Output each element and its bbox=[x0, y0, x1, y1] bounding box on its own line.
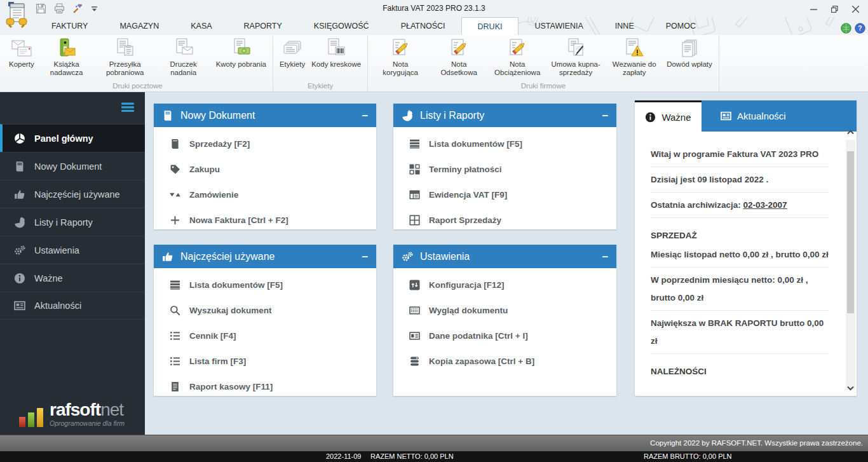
copyright-text: Copyright 2022 by RAFSOFT.NET. Wszystkie… bbox=[650, 439, 863, 447]
ribbon-druczek-nadania-button[interactable]: Druczek nadania bbox=[154, 37, 213, 78]
app-logo-icon[interactable] bbox=[4, 1, 29, 29]
minimize-icon[interactable] bbox=[810, 6, 817, 13]
tab-label: Ważne bbox=[661, 112, 691, 123]
tab-ustawienia[interactable]: USTAWIENIA bbox=[519, 17, 599, 35]
sidebar-item-listy-i-raporty[interactable]: Listy i Raporty bbox=[0, 208, 145, 236]
logo-tagline: Oprogramowanie dla firm bbox=[50, 419, 125, 427]
tab-kasa[interactable]: KASA bbox=[175, 17, 227, 35]
status-bar: 2022-11-09 RAZEM NETTO: 0,00 PLN RAZEM B… bbox=[0, 451, 868, 462]
ribbon-wezwanie-do-zaplaty-button[interactable]: Wezwanie do zapłaty bbox=[605, 37, 663, 78]
sidebar-item-nowy-dokument[interactable]: Nowy Dokument bbox=[0, 152, 145, 180]
link-raport-sprzedazy[interactable]: Raport Sprzedaży bbox=[393, 207, 616, 233]
header-utility-icons: ? bbox=[841, 23, 865, 34]
collapse-button[interactable]: – bbox=[362, 110, 368, 121]
archive-date-link[interactable]: 02-03-2007 bbox=[743, 200, 787, 210]
barcode-icon bbox=[325, 37, 347, 59]
gears-icon bbox=[14, 245, 25, 256]
ribbon-nota-korygujaca-button[interactable]: Nota korygująca bbox=[371, 37, 430, 78]
sidebar-item-najczesciej-uzywane[interactable]: Najczęściej używane bbox=[0, 180, 145, 208]
tab-magazyn[interactable]: MAGAZYN bbox=[104, 17, 175, 35]
link-nowa-faktura[interactable]: Nowa Faktura [Ctrl + F2] bbox=[154, 207, 376, 233]
ribbon-ksiazka-nadawcza-button[interactable]: Książka nadawcza bbox=[37, 37, 96, 78]
tab-faktury[interactable]: FAKTURY bbox=[36, 17, 104, 35]
collapse-button[interactable]: – bbox=[602, 251, 608, 262]
collapse-button[interactable]: – bbox=[602, 110, 608, 121]
link-kopia-zapasowa[interactable]: Kopia zapasowa [Ctrl + B] bbox=[393, 348, 616, 374]
sidebar-item-label: Najczęściej używane bbox=[34, 189, 120, 200]
info-receivables-header: NALEŻNOŚCI bbox=[651, 358, 829, 381]
info-archive-text: Ostatnia archiwizacja: 02-03-2007 bbox=[651, 196, 829, 218]
database-icon bbox=[409, 356, 420, 367]
info-sales-month: Miesiąc listopad netto 0,00 zł , brutto … bbox=[651, 246, 829, 268]
id-card-icon bbox=[409, 330, 420, 341]
collapse-button[interactable]: – bbox=[362, 251, 368, 262]
ribbon-przesylka-pobraniowa-button[interactable]: Przesyłka pobraniowa bbox=[96, 37, 154, 78]
link-lista-dokumentow[interactable]: Lista dokumentów [F5] bbox=[393, 131, 616, 156]
sliders-icon bbox=[409, 280, 420, 290]
sidebar-item-label: Ważne bbox=[34, 273, 63, 283]
link-sprzedazy[interactable]: Sprzedaży [F2] bbox=[154, 131, 376, 156]
list-icon bbox=[409, 139, 420, 149]
menu-tab-bar: FAKTURY MAGAZYN KASA RAPORTY KSIĘGOWOŚĆ … bbox=[0, 17, 868, 35]
ribbon-umowa-kupna-sprzedazy-button[interactable]: Umowa kupna-sprzedaży bbox=[546, 37, 605, 78]
ribbon-etykiety-button[interactable]: Etykiety bbox=[276, 37, 308, 69]
window-title: Faktura VAT 2023 PRO 23.1.3 bbox=[0, 4, 868, 13]
tab-raporty[interactable]: RAPORTY bbox=[228, 17, 298, 35]
dashboard-icon bbox=[14, 133, 25, 144]
link-terminy-platnosci[interactable]: Terminy płatności bbox=[393, 156, 616, 182]
link-lista-dokumentow-2[interactable]: Lista dokumentów [F5] bbox=[154, 272, 376, 297]
tab-platnosci[interactable]: PŁATNOŚCI bbox=[385, 17, 461, 35]
link-raport-kasowy[interactable]: Raport kasowy [F11] bbox=[154, 374, 376, 399]
panel-header: Najczęściej używane – bbox=[154, 245, 376, 268]
link-zakupu[interactable]: Zakupu bbox=[154, 156, 376, 182]
globe-icon[interactable] bbox=[841, 23, 851, 34]
sidebar-item-label: Panel główny bbox=[34, 133, 93, 144]
ribbon-nota-obciazeniowa-button[interactable]: Nota Obciążeniowa bbox=[488, 37, 546, 78]
copyright-bar: Copyright 2022 by RAFSOFT.NET. Wszystkie… bbox=[0, 435, 868, 451]
link-zamowienie[interactable]: Zamówienie bbox=[154, 182, 376, 207]
ribbon-dowod-wplaty-button[interactable]: Dowód wpłaty bbox=[663, 37, 715, 69]
scroll-down-icon[interactable] bbox=[847, 386, 854, 391]
ribbon-kody-kreskowe-button[interactable]: Kody kreskowe bbox=[308, 37, 364, 69]
sidebar-item-wazne[interactable]: Ważne bbox=[0, 264, 145, 292]
panel-najczesciej-uzywane: Najczęściej używane – Lista dokumentów [… bbox=[154, 245, 376, 396]
ribbon-nota-odsetkowa-button[interactable]: Nota Odsetkowa bbox=[430, 37, 488, 78]
info-sales-prev: W poprzednim miesiącu netto: 0,00 zł , b… bbox=[651, 271, 829, 311]
link-cennik[interactable]: Cennik [F4] bbox=[154, 323, 376, 348]
page-pencil-icon bbox=[448, 37, 470, 59]
panel-title: Ustawienia bbox=[420, 251, 470, 262]
sidebar-item-panel-glowny[interactable]: Panel główny bbox=[0, 124, 145, 152]
tab-wazne[interactable]: Ważne bbox=[635, 100, 702, 132]
tab-pomoc[interactable]: POMOC bbox=[650, 17, 712, 35]
ribbon-group-druki-pocztowe: Koperty Książka nadawcza bbox=[3, 35, 273, 92]
info-scrollbar[interactable] bbox=[846, 140, 855, 390]
tab-inne[interactable]: INNE bbox=[599, 17, 650, 35]
sidebar-item-ustawienia[interactable]: Ustawienia bbox=[0, 236, 145, 264]
qat-customize-icon[interactable] bbox=[91, 5, 98, 12]
save-icon[interactable] bbox=[36, 3, 46, 14]
link-lista-firm[interactable]: Lista firm [F3] bbox=[154, 348, 376, 374]
link-konfiguracja[interactable]: Konfiguracja [F12] bbox=[393, 272, 616, 297]
tab-ksiegowosc[interactable]: KSIĘGOWOŚĆ bbox=[298, 17, 385, 35]
scroll-up-icon[interactable] bbox=[847, 130, 854, 135]
link-wyszukaj-dokument[interactable]: Wyszukaj dokument bbox=[154, 297, 376, 323]
binder-icon bbox=[56, 37, 78, 59]
tab-druki[interactable]: DRUKI bbox=[461, 17, 519, 35]
print-icon[interactable] bbox=[54, 3, 65, 14]
link-ewidencja-vat[interactable]: Ewidencja VAT [F9] bbox=[393, 182, 616, 207]
scrollbar-thumb[interactable] bbox=[847, 151, 854, 313]
book-icon bbox=[170, 139, 180, 149]
close-icon[interactable] bbox=[852, 6, 859, 13]
tools-icon[interactable] bbox=[72, 3, 83, 14]
hamburger-menu-icon[interactable] bbox=[121, 102, 134, 112]
ribbon-kwoty-pobrania-button[interactable]: Kwoty pobrania bbox=[213, 37, 269, 69]
link-dane-podatnika[interactable]: Dane podatnika [Ctrl + I] bbox=[393, 323, 616, 348]
tab-aktualnosci[interactable]: Aktualności bbox=[702, 100, 857, 132]
sidebar-item-label: Nowy Dokument bbox=[34, 161, 102, 172]
link-wyglad-dokumentu[interactable]: Wygląd dokumentu bbox=[393, 297, 616, 323]
ribbon-koperty-button[interactable]: Koperty bbox=[6, 37, 37, 69]
restore-icon[interactable] bbox=[831, 6, 838, 13]
help-icon[interactable]: ? bbox=[855, 23, 865, 34]
panel-title: Najczęściej używane bbox=[180, 251, 275, 262]
sidebar-item-aktualnosci[interactable]: Aktualności bbox=[0, 292, 145, 320]
